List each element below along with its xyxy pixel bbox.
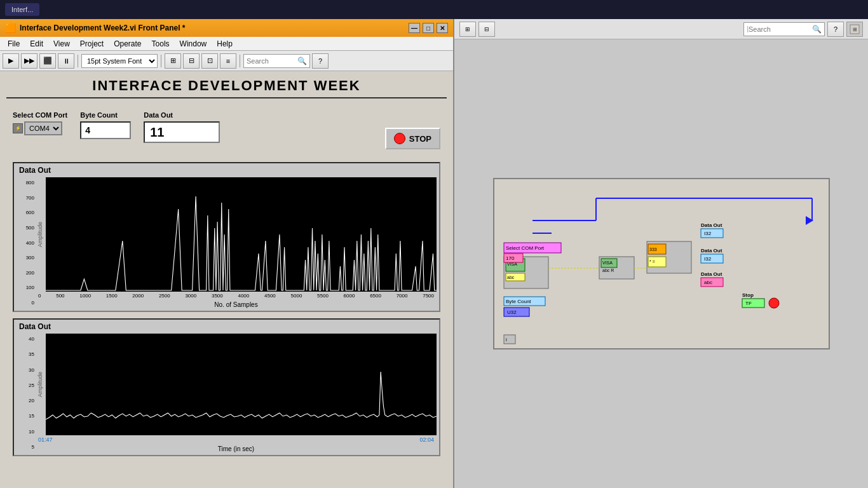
chart1-title: Data Out — [17, 166, 437, 175]
data-out-group: Data Out 11 — [144, 111, 220, 143]
menu-help[interactable]: Help — [212, 38, 238, 50]
byte-count-input[interactable]: 4 — [80, 121, 131, 139]
svg-text:U32: U32 — [507, 309, 517, 315]
menu-file[interactable]: File — [3, 38, 25, 50]
block-diagram-window: ⊞ ⊟ | 🔍 ? ⊞ — [454, 19, 868, 488]
svg-text:⊞: ⊞ — [853, 27, 857, 32]
bd-btn1[interactable]: ⊞ — [459, 22, 476, 37]
window-titlebar: 🟧 Interface Development Week2.vi Front P… — [0, 19, 453, 37]
reorder-button[interactable]: ≡ — [220, 53, 236, 69]
chart1-svg — [46, 177, 437, 292]
byte-count-group: Byte Count 4 — [80, 111, 131, 139]
svg-text:Data Out: Data Out — [701, 222, 722, 228]
y-tick-500: 500 — [26, 225, 34, 231]
bd-search-input[interactable] — [749, 25, 812, 33]
chart2-title: Data Out — [17, 322, 437, 331]
svg-text:i: i — [506, 337, 507, 342]
separator2 — [161, 55, 161, 67]
panel-title: INTERFACE DEVELOPMENT WEEK — [6, 78, 447, 98]
y2-tick-5: 5 — [32, 444, 34, 450]
com-port-select: ⚡ COM4 COM1 COM2 COM3 COM5 — [13, 121, 67, 135]
front-panel-content: INTERFACE DEVELOPMENT WEEK Select COM Po… — [0, 71, 453, 488]
svg-text:170: 170 — [506, 255, 515, 261]
resize-button[interactable]: ⊡ — [201, 53, 218, 69]
menu-view[interactable]: View — [48, 38, 75, 50]
bd-help-button[interactable]: ? — [827, 22, 844, 37]
pause-button[interactable]: ⏸ — [58, 53, 74, 69]
chart2-area — [46, 334, 437, 435]
svg-text:abc: abc — [704, 280, 712, 285]
menu-operate[interactable]: Operate — [109, 38, 146, 50]
font-selector[interactable]: 15pt System Font — [81, 54, 158, 68]
y2-tick-25: 25 — [29, 383, 34, 388]
menu-edit[interactable]: Edit — [25, 38, 48, 50]
distribute-button[interactable]: ⊟ — [183, 53, 200, 69]
svg-point-41 — [769, 298, 779, 308]
svg-text:* =: * = — [649, 259, 655, 264]
help-button[interactable]: ? — [312, 53, 329, 69]
minimize-button[interactable]: — — [409, 23, 420, 33]
run-continuously-button[interactable]: ▶▶ — [21, 53, 37, 69]
y-tick-100: 100 — [26, 285, 34, 290]
taskbar-item[interactable]: Interf... — [5, 3, 39, 16]
front-panel-window: 🟧 Interface Development Week2.vi Front P… — [0, 19, 454, 488]
y2-tick-20: 20 — [29, 398, 34, 403]
bd-content: Select COM Port VISA abc VISA abc R Byte… — [454, 39, 868, 488]
stop-led — [394, 133, 405, 144]
y-tick-400: 400 — [26, 240, 34, 246]
y-tick-700: 700 — [26, 195, 34, 201]
svg-text:Select COM Port: Select COM Port — [506, 245, 545, 251]
svg-text:I32: I32 — [704, 231, 712, 236]
maximize-button[interactable]: □ — [423, 23, 434, 33]
align-button[interactable]: ⊞ — [165, 53, 181, 69]
com-port-dropdown[interactable]: COM4 COM1 COM2 COM3 COM5 — [24, 121, 62, 135]
y-tick-200: 200 — [26, 270, 34, 276]
y2-tick-35: 35 — [29, 351, 34, 357]
search-input[interactable] — [247, 57, 297, 65]
bd-diagram: Select COM Port VISA abc VISA abc R Byte… — [493, 178, 830, 349]
separator1 — [78, 55, 78, 67]
chart1-area — [46, 177, 437, 292]
taskbar: Interf... — [0, 0, 868, 19]
menu-project[interactable]: Project — [75, 38, 109, 50]
window-controls: — □ ✕ — [409, 23, 448, 33]
bd-btn2[interactable]: ⊟ — [478, 22, 495, 37]
data-out-display: 11 — [144, 121, 220, 143]
y-tick-0: 0 — [32, 300, 34, 306]
search-box: 🔍 — [243, 54, 310, 68]
menu-window[interactable]: Window — [175, 38, 212, 50]
svg-text:Stop: Stop — [742, 292, 754, 298]
chart1-y-label: Amplitude — [37, 222, 43, 247]
menu-tools[interactable]: Tools — [147, 38, 175, 50]
bd-search-magnify-icon: 🔍 — [812, 25, 822, 34]
chart2-x-label: Time (in sec) — [36, 445, 437, 452]
close-button[interactable]: ✕ — [437, 23, 448, 33]
stop-button[interactable]: STOP — [385, 128, 440, 149]
chart2-x-ticks: 01:47 02:04 — [36, 435, 437, 444]
svg-text:abc R: abc R — [602, 268, 614, 273]
bd-icon-button[interactable]: ⊞ — [846, 22, 863, 37]
chart2-x-start: 01:47 — [38, 437, 53, 443]
abort-button[interactable]: ⬛ — [39, 53, 56, 69]
separator3 — [240, 55, 240, 67]
svg-text:abc: abc — [507, 275, 515, 280]
bd-search-box: | 🔍 — [743, 22, 825, 36]
controls-row: Select COM Port ⚡ COM4 COM1 COM2 COM3 CO… — [6, 111, 447, 149]
svg-text:VISA: VISA — [602, 261, 613, 265]
svg-text:333: 333 — [649, 247, 657, 252]
bd-diagram-svg: Select COM Port VISA abc VISA abc R Byte… — [501, 186, 825, 344]
y2-tick-30: 30 — [29, 367, 34, 373]
toolbar: ▶ ▶▶ ⬛ ⏸ 15pt System Font ⊞ ⊟ ⊡ ≡ 🔍 ? — [0, 51, 453, 71]
y2-tick-15: 15 — [29, 413, 34, 419]
bd-toolbar: ⊞ ⊟ | 🔍 ? ⊞ — [454, 19, 868, 39]
bd-icon-svg: ⊞ — [850, 24, 860, 34]
com-port-icon: ⚡ — [13, 123, 23, 133]
svg-text:TF: TF — [745, 301, 752, 306]
y2-tick-10: 10 — [29, 429, 34, 435]
chart2-x-end: 02:04 — [419, 437, 434, 443]
svg-text:I32: I32 — [704, 256, 712, 262]
data-out-label: Data Out — [144, 111, 220, 119]
chart2-svg — [46, 334, 437, 435]
run-button[interactable]: ▶ — [3, 53, 19, 69]
menu-bar: File Edit View Project Operate Tools Win… — [0, 37, 453, 51]
